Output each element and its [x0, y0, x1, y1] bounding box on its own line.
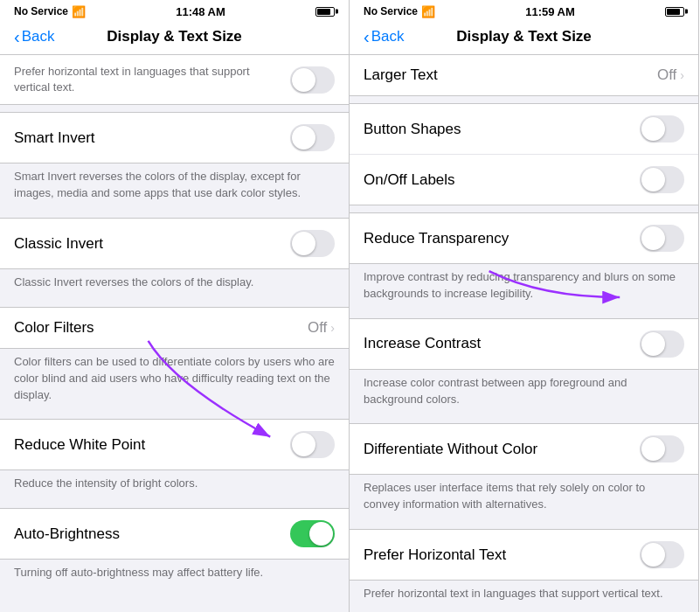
- on-off-labels-toggle[interactable]: [640, 166, 684, 193]
- color-filters-row[interactable]: Color Filters Off ›: [0, 308, 349, 348]
- button-shapes-group: Button Shapes On/Off Labels: [350, 103, 698, 205]
- reduce-transparency-desc: Improve contrast by reducing transparenc…: [350, 264, 698, 311]
- prefer-horizontal-desc-text: Prefer horizontal text in languages that…: [14, 64, 280, 95]
- auto-brightness-toggle[interactable]: [290, 520, 335, 547]
- prefer-horizontal-text-toggle[interactable]: [640, 541, 684, 568]
- larger-text-off-text: Off: [657, 66, 676, 84]
- larger-text-value: Off ›: [657, 66, 684, 84]
- color-filters-group: Color Filters Off ›: [0, 307, 349, 349]
- signal-text-right: No Service: [364, 5, 418, 17]
- wifi-icon-left: 📶: [72, 5, 86, 18]
- reduce-white-point-group: Reduce White Point: [0, 419, 349, 470]
- increase-contrast-toggle[interactable]: [640, 330, 684, 358]
- back-label-right: Back: [371, 28, 405, 45]
- differentiate-without-color-label: Differentiate Without Color: [364, 441, 537, 458]
- smart-invert-row: Smart Invert: [0, 113, 349, 163]
- nav-relative-left: ‹ Back Display & Text Size: [14, 28, 335, 45]
- status-signal-left: No Service 📶: [14, 5, 86, 18]
- battery-left: [315, 7, 335, 17]
- color-filters-chevron: ›: [330, 321, 335, 335]
- classic-invert-label: Classic Invert: [14, 235, 103, 253]
- differentiate-without-color-toggle[interactable]: [640, 435, 684, 462]
- reduce-transparency-toggle[interactable]: [640, 225, 684, 252]
- differentiate-without-color-desc: Replaces user interface items that rely …: [350, 475, 698, 522]
- smart-invert-toggle[interactable]: [290, 124, 335, 151]
- auto-brightness-row: Auto-Brightness: [0, 509, 349, 559]
- smart-invert-label: Smart Invert: [14, 129, 95, 147]
- reduce-white-point-label: Reduce White Point: [14, 436, 145, 454]
- right-panel: No Service 📶 11:59 AM ‹ Back Display & T…: [350, 0, 699, 612]
- differentiate-without-color-row: Differentiate Without Color: [350, 424, 698, 474]
- nav-bar-right: ‹ Back Display & Text Size: [350, 23, 698, 55]
- back-chevron-right: ‹: [364, 28, 370, 45]
- larger-text-label: Larger Text: [364, 66, 438, 84]
- time-right: 11:59 AM: [525, 5, 575, 18]
- prefer-horizontal-text-group: Prefer Horizontal Text: [350, 529, 698, 581]
- prefer-horizontal-text-desc: Prefer horizontal text in languages that…: [350, 581, 698, 611]
- button-shapes-label: Button Shapes: [364, 121, 461, 138]
- auto-brightness-label: Auto-Brightness: [14, 525, 120, 543]
- auto-brightness-desc: Turning off auto-brightness may affect b…: [0, 560, 349, 590]
- battery-right: [665, 7, 684, 17]
- increase-contrast-desc: Increase color contrast between app fore…: [350, 370, 698, 417]
- auto-brightness-group: Auto-Brightness: [0, 508, 349, 560]
- button-shapes-toggle[interactable]: [640, 115, 684, 143]
- back-label-left: Back: [22, 28, 55, 45]
- reduce-transparency-label: Reduce Transparency: [364, 230, 509, 247]
- back-chevron-left: ‹: [14, 28, 20, 45]
- nav-bar-left: ‹ Back Display & Text Size: [0, 23, 349, 55]
- classic-invert-toggle[interactable]: [290, 230, 335, 257]
- bottom-spacer-left: [0, 590, 349, 608]
- signal-text-left: No Service: [14, 5, 68, 17]
- smart-invert-desc: Smart Invert reverses the colors of the …: [0, 163, 349, 211]
- classic-invert-desc: Classic Invert reverses the colors of th…: [0, 269, 349, 300]
- status-bar-left: No Service 📶 11:48 AM: [0, 0, 349, 23]
- larger-text-chevron: ›: [680, 68, 684, 82]
- button-shapes-row: Button Shapes: [350, 104, 698, 155]
- scroll-content-right: Larger Text Off › Button Shapes On/Off L…: [350, 55, 698, 612]
- differentiate-without-color-group: Differentiate Without Color: [350, 423, 698, 475]
- reduce-white-point-row: Reduce White Point: [0, 420, 349, 469]
- prefer-horizontal-toggle[interactable]: [290, 66, 335, 94]
- color-filters-value: Off ›: [308, 319, 335, 337]
- nav-title-left: Display & Text Size: [107, 28, 242, 45]
- reduce-transparency-row: Reduce Transparency: [350, 213, 698, 263]
- prefer-horizontal-text-row: Prefer Horizontal Text: [350, 530, 698, 580]
- classic-invert-group: Classic Invert: [0, 218, 349, 269]
- battery-icon-left: [315, 7, 335, 17]
- status-bar-right: No Service 📶 11:59 AM: [350, 0, 698, 23]
- wifi-icon-right: 📶: [421, 5, 435, 18]
- scroll-content-left: Prefer horizontal text in languages that…: [0, 55, 349, 612]
- larger-text-row[interactable]: Larger Text Off ›: [350, 55, 698, 95]
- nav-title-right: Display & Text Size: [456, 28, 592, 45]
- classic-invert-row: Classic Invert: [0, 219, 349, 268]
- larger-text-group: Larger Text Off ›: [350, 55, 698, 96]
- increase-contrast-group: Increase Contrast: [350, 318, 698, 370]
- status-signal-right: No Service 📶: [364, 5, 435, 18]
- prefer-horizontal-text-label: Prefer Horizontal Text: [364, 546, 506, 564]
- reduce-white-point-toggle[interactable]: [290, 431, 335, 458]
- prefer-horizontal-desc-top: Prefer horizontal text in languages that…: [14, 64, 280, 95]
- increase-contrast-label: Increase Contrast: [364, 335, 481, 352]
- prefer-horizontal-partial: Prefer horizontal text in languages that…: [0, 55, 349, 105]
- reduce-white-point-desc: Reduce the intensity of bright colors.: [0, 470, 349, 501]
- smart-invert-group: Smart Invert: [0, 112, 349, 163]
- on-off-labels-row: On/Off Labels: [350, 155, 698, 205]
- color-filters-off-text: Off: [308, 319, 327, 337]
- reduce-transparency-group: Reduce Transparency: [350, 212, 698, 264]
- battery-icon-right: [665, 7, 684, 17]
- left-panel: No Service 📶 11:48 AM ‹ Back Display & T…: [0, 0, 350, 612]
- increase-contrast-row: Increase Contrast: [350, 319, 698, 369]
- on-off-labels-label: On/Off Labels: [364, 171, 455, 189]
- nav-relative-right: ‹ Back Display & Text Size: [364, 28, 684, 45]
- color-filters-desc: Color filters can be used to differentia…: [0, 349, 349, 413]
- color-filters-label: Color Filters: [14, 319, 94, 337]
- time-left: 11:48 AM: [176, 5, 225, 18]
